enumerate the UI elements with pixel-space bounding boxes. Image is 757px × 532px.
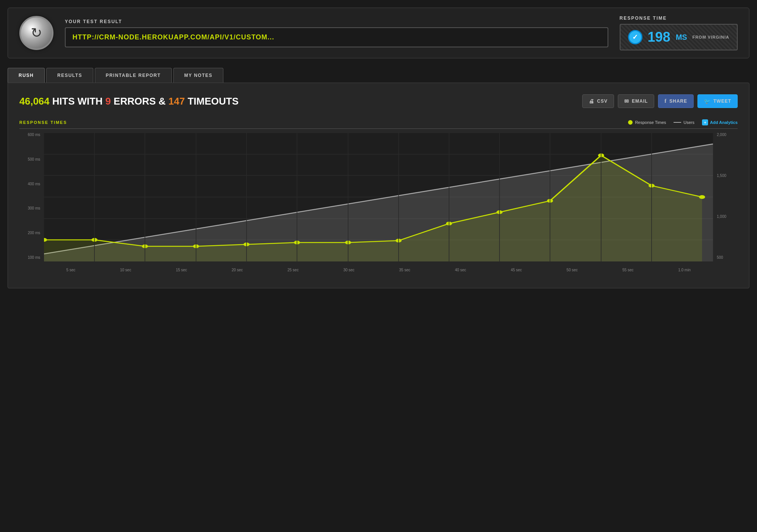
add-analytics-label: Add Analytics bbox=[710, 120, 738, 125]
y-label-3: 400 ms bbox=[19, 182, 44, 186]
errors-count: 9 bbox=[105, 95, 111, 107]
reload-icon[interactable]: ↻ bbox=[19, 16, 53, 50]
response-times-label: Response Times bbox=[635, 120, 666, 125]
y-label-right-2: 1,500 bbox=[713, 174, 738, 178]
y-label-right-3: 2,000 bbox=[713, 133, 738, 137]
legend-response-times: Response Times bbox=[628, 120, 666, 125]
hits-count: 46,064 bbox=[19, 95, 50, 107]
x-label-1min: 1.0 min bbox=[678, 268, 691, 272]
add-analytics-button[interactable]: + Add Analytics bbox=[702, 119, 738, 125]
y-label-right-0: 500 bbox=[713, 255, 738, 260]
x-label-50sec: 50 sec bbox=[567, 268, 578, 272]
y-label-0: 100 ms bbox=[19, 255, 44, 260]
y-label-2: 300 ms bbox=[19, 206, 44, 210]
main-content: 46,064 HITS WITH 9 ERRORS & 147 TIMEOUTS… bbox=[8, 83, 749, 288]
facebook-icon: f bbox=[664, 98, 667, 104]
chart-header: RESPONSE TIMES Response Times Users + Ad… bbox=[19, 119, 738, 125]
response-time-area: RESPONSE TIME ✓ 198 MS FROM VIRGINIA bbox=[620, 16, 738, 50]
check-circle: ✓ bbox=[628, 30, 642, 44]
timeouts-label: TIMEOUTS bbox=[188, 95, 239, 107]
header-section: ↻ YOUR TEST RESULT HTTP://CRM-NODE.HEROK… bbox=[8, 8, 749, 58]
x-label-40sec: 40 sec bbox=[455, 268, 466, 272]
response-times-dot bbox=[628, 120, 633, 125]
x-label-35sec: 35 sec bbox=[399, 268, 410, 272]
x-label-30sec: 30 sec bbox=[343, 268, 354, 272]
y-label-1: 200 ms bbox=[19, 231, 44, 235]
hits-label: HITS WITH bbox=[52, 95, 105, 107]
y-label-4: 500 ms bbox=[19, 157, 44, 161]
chart-container: 100 ms 200 ms 300 ms 400 ms 500 ms 600 m… bbox=[19, 133, 738, 277]
csv-icon: 🖨 bbox=[589, 98, 594, 104]
svg-point-23 bbox=[699, 195, 705, 199]
ms-unit: MS bbox=[676, 33, 687, 42]
test-result-label: YOUR TEST RESULT bbox=[65, 19, 608, 24]
errors-label: ERRORS & bbox=[114, 95, 168, 107]
tweet-button[interactable]: 🐦 TWEET bbox=[697, 94, 738, 108]
y-label-right-1: 1,000 bbox=[713, 214, 738, 219]
response-time-box: ✓ 198 MS FROM VIRGINIA bbox=[620, 24, 738, 50]
share-button[interactable]: f SHARE bbox=[658, 94, 694, 108]
twitter-icon: 🐦 bbox=[704, 98, 711, 104]
email-button[interactable]: ✉ EMAIL bbox=[618, 94, 654, 108]
x-label-10sec: 10 sec bbox=[120, 268, 131, 272]
tweet-label: TWEET bbox=[713, 99, 731, 104]
tab-rush[interactable]: RUSH bbox=[8, 68, 45, 83]
chart-title: RESPONSE TIMES bbox=[19, 120, 67, 125]
email-label: EMAIL bbox=[632, 99, 648, 104]
x-label-5sec: 5 sec bbox=[66, 268, 75, 272]
csv-button[interactable]: 🖨 CSV bbox=[582, 94, 614, 108]
legend: Response Times Users + Add Analytics bbox=[628, 119, 738, 125]
timeouts-count: 147 bbox=[168, 95, 185, 107]
email-icon: ✉ bbox=[624, 98, 629, 104]
x-label-55sec: 55 sec bbox=[622, 268, 633, 272]
stats-row: 46,064 HITS WITH 9 ERRORS & 147 TIMEOUTS… bbox=[19, 94, 738, 108]
chart-svg bbox=[44, 133, 713, 261]
tab-printable-report[interactable]: PRINTABLE REPORT bbox=[95, 68, 172, 83]
x-label-45sec: 45 sec bbox=[511, 268, 522, 272]
reload-symbol: ↻ bbox=[31, 25, 42, 41]
chart-divider bbox=[19, 128, 738, 129]
y-axis-right: 500 1,000 1,500 2,000 bbox=[713, 133, 738, 261]
x-label-25sec: 25 sec bbox=[287, 268, 298, 272]
x-label-20sec: 20 sec bbox=[232, 268, 243, 272]
x-label-15sec: 15 sec bbox=[176, 268, 187, 272]
tab-results[interactable]: RESULTS bbox=[46, 68, 93, 83]
legend-users: Users bbox=[674, 120, 694, 125]
share-label: SHARE bbox=[669, 99, 687, 104]
test-result-area: YOUR TEST RESULT HTTP://CRM-NODE.HEROKUA… bbox=[65, 19, 608, 47]
y-label-5: 600 ms bbox=[19, 133, 44, 137]
from-location: FROM VIRGINIA bbox=[693, 35, 729, 39]
action-buttons: 🖨 CSV ✉ EMAIL f SHARE 🐦 TWEET bbox=[582, 94, 738, 108]
x-axis: 5 sec 10 sec 15 sec 20 sec 25 sec 30 sec… bbox=[44, 263, 713, 277]
users-label: Users bbox=[683, 120, 694, 125]
tabs-row: RUSH RESULTS PRINTABLE REPORT MY NOTES bbox=[8, 68, 749, 83]
tab-my-notes[interactable]: MY NOTES bbox=[173, 68, 223, 83]
checkmark-icon: ✓ bbox=[632, 33, 638, 41]
hits-text: 46,064 HITS WITH 9 ERRORS & 147 TIMEOUTS bbox=[19, 95, 239, 107]
response-time-label: RESPONSE TIME bbox=[620, 16, 667, 21]
csv-label: CSV bbox=[597, 99, 608, 104]
users-line bbox=[674, 122, 681, 123]
url-display: HTTP://CRM-NODE.HEROKUAPP.COM/API/V1/CUS… bbox=[65, 27, 608, 47]
add-icon: + bbox=[702, 119, 708, 125]
y-axis-left: 100 ms 200 ms 300 ms 400 ms 500 ms 600 m… bbox=[19, 133, 44, 261]
ms-value: 198 bbox=[648, 29, 671, 45]
